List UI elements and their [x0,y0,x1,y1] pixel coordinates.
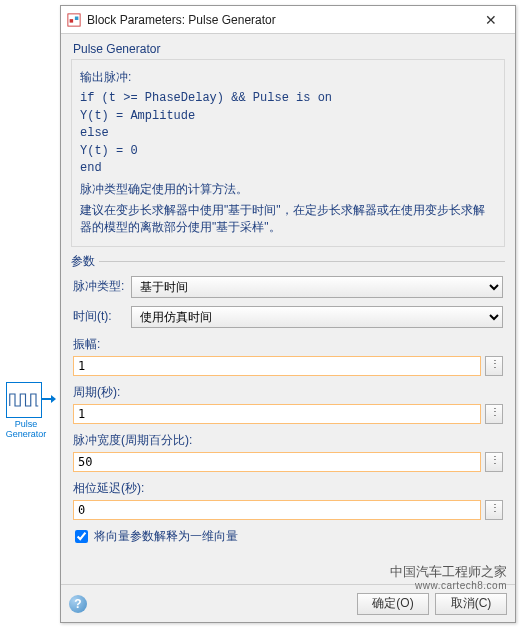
dialog-title: Block Parameters: Pulse Generator [87,13,471,27]
amplitude-more-button[interactable]: ⋮ [485,356,503,376]
help-button[interactable]: ? [69,595,87,613]
svg-rect-1 [70,19,74,23]
pulse-type-row: 脉冲类型: 基于时间 [73,276,503,298]
pulse-wave-icon [9,389,39,411]
desc-code: if (t >= PhaseDelay) && Pulse is on Y(t)… [80,90,496,177]
pulsewidth-label: 脉冲宽度(周期百分比): [73,432,503,449]
cancel-button[interactable]: 取消(C) [435,593,507,615]
section-title: Pulse Generator [73,42,505,56]
desc-line1: 输出脉冲: [80,69,496,86]
desc-line3: 建议在变步长求解器中使用"基于时间"，在定步长求解器或在使用变步长求解器的模型的… [80,202,496,237]
phasedelay-label: 相位延迟(秒): [73,480,503,497]
time-row: 时间(t): 使用仿真时间 [73,306,503,328]
period-row: 周期(秒): ⋮ [73,384,503,424]
pulse-generator-block[interactable] [6,382,42,418]
pulsewidth-more-button[interactable]: ⋮ [485,452,503,472]
pulse-type-select[interactable]: 基于时间 [131,276,503,298]
block-name-label: Pulse Generator [0,420,52,440]
vector-checkbox[interactable] [75,530,88,543]
pulsewidth-row: 脉冲宽度(周期百分比): ⋮ [73,432,503,472]
block-output-port[interactable] [42,398,52,400]
time-label: 时间(t): [73,308,131,325]
button-bar: ? 确定(O) 取消(C) [61,584,515,622]
amplitude-label: 振幅: [73,336,503,353]
time-select[interactable]: 使用仿真时间 [131,306,503,328]
period-more-button[interactable]: ⋮ [485,404,503,424]
params-header: 参数 [71,253,505,270]
params-header-label: 参数 [71,253,99,270]
svg-rect-2 [75,16,79,20]
phasedelay-more-button[interactable]: ⋮ [485,500,503,520]
amplitude-row: 振幅: ⋮ [73,336,503,376]
param-panel: 脉冲类型: 基于时间 时间(t): 使用仿真时间 振幅: ⋮ 周期(秒) [71,276,505,545]
amplitude-input[interactable] [73,356,481,376]
block-parameters-dialog: Block Parameters: Pulse Generator ✕ Puls… [60,5,516,623]
titlebar[interactable]: Block Parameters: Pulse Generator ✕ [61,6,515,34]
ok-button[interactable]: 确定(O) [357,593,429,615]
simulink-icon [67,13,81,27]
phasedelay-row: 相位延迟(秒): ⋮ [73,480,503,520]
close-button[interactable]: ✕ [471,8,511,32]
period-label: 周期(秒): [73,384,503,401]
desc-line2: 脉冲类型确定使用的计算方法。 [80,181,496,198]
pulsewidth-input[interactable] [73,452,481,472]
pulse-type-label: 脉冲类型: [73,278,131,295]
description-box: 输出脉冲: if (t >= PhaseDelay) && Pulse is o… [71,59,505,247]
vector-checkbox-label: 将向量参数解释为一维向量 [94,528,238,545]
divider [99,261,505,262]
phasedelay-input[interactable] [73,500,481,520]
dialog-body: Pulse Generator 输出脉冲: if (t >= PhaseDela… [61,34,515,584]
period-input[interactable] [73,404,481,424]
vector-checkbox-row: 将向量参数解释为一维向量 [73,528,503,545]
